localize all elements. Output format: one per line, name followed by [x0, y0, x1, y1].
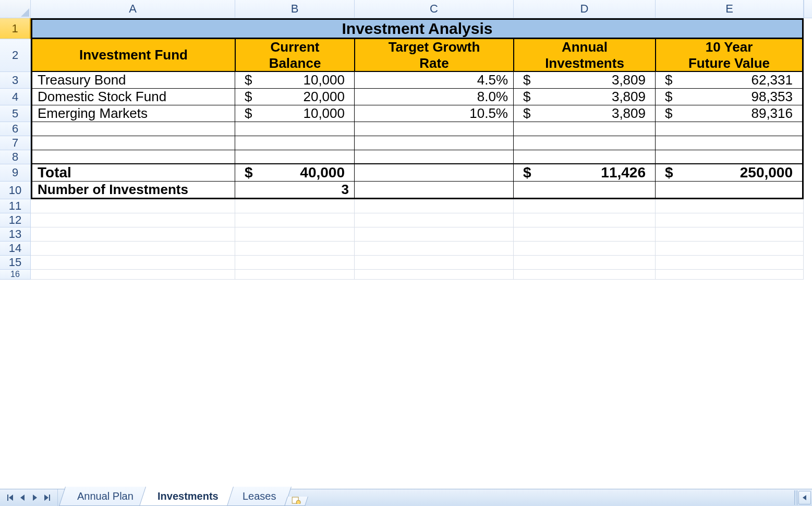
cell-d13[interactable] — [514, 227, 656, 242]
cell-d16[interactable] — [514, 270, 656, 280]
cell-blank[interactable] — [804, 72, 812, 89]
cell-a14[interactable] — [31, 242, 235, 256]
cell-d5[interactable]: $3,809 — [514, 105, 656, 122]
cell-c13[interactable] — [355, 227, 514, 242]
cell-e14[interactable] — [656, 242, 804, 256]
cell-blank[interactable] — [804, 89, 812, 105]
cell-blank[interactable] — [804, 164, 812, 182]
col-header-a[interactable]: A — [31, 0, 235, 18]
cell-c6[interactable] — [355, 122, 514, 136]
cell-a5[interactable]: Emerging Markets — [31, 105, 235, 122]
row-header-13[interactable]: 13 — [0, 227, 31, 242]
row-header-10[interactable]: 10 — [0, 182, 31, 199]
cell-b15[interactable] — [235, 256, 355, 270]
cell-e5[interactable]: $89,316 — [656, 105, 804, 122]
header-annual[interactable]: Annual Investments — [514, 39, 656, 72]
cell-a7[interactable] — [31, 136, 235, 150]
select-all-corner[interactable] — [0, 0, 31, 18]
cell-c11[interactable] — [355, 199, 514, 213]
cell-b11[interactable] — [235, 199, 355, 213]
cell-blank[interactable] — [804, 150, 812, 164]
tab-nav-prev[interactable] — [18, 493, 27, 502]
cell-d12[interactable] — [514, 213, 656, 227]
cell-c9[interactable] — [355, 164, 514, 182]
tab-splitter[interactable] — [794, 490, 797, 505]
cell-d11[interactable] — [514, 199, 656, 213]
cell-e12[interactable] — [656, 213, 804, 227]
cell-a9[interactable]: Total — [31, 164, 235, 182]
cell-b5[interactable]: $10,000 — [235, 105, 355, 122]
tab-annual-plan[interactable]: Annual Plan — [59, 487, 149, 506]
cell-e16[interactable] — [656, 270, 804, 280]
header-fund[interactable]: Investment Fund — [31, 39, 235, 72]
row-header-5[interactable]: 5 — [0, 105, 31, 122]
cell-blank[interactable] — [804, 39, 812, 72]
row-header-3[interactable]: 3 — [0, 72, 31, 89]
row-header-8[interactable]: 8 — [0, 150, 31, 164]
cell-c5[interactable]: 10.5% — [355, 105, 514, 122]
cell-e15[interactable] — [656, 256, 804, 270]
row-header-7[interactable]: 7 — [0, 136, 31, 150]
row-header-16[interactable]: 16 — [0, 270, 31, 280]
cell-c4[interactable]: 8.0% — [355, 89, 514, 105]
cell-b6[interactable] — [235, 122, 355, 136]
col-header-b[interactable]: B — [235, 0, 355, 18]
row-header-2[interactable]: 2 — [0, 39, 31, 72]
cell-b4[interactable]: $20,000 — [235, 89, 355, 105]
cell-a6[interactable] — [31, 122, 235, 136]
tab-leases[interactable]: Leases — [224, 487, 292, 506]
cell-e3[interactable]: $62,331 — [656, 72, 804, 89]
row-header-1[interactable]: 1 — [0, 18, 31, 39]
cell-blank[interactable] — [804, 18, 812, 39]
cell-b14[interactable] — [235, 242, 355, 256]
cell-e7[interactable] — [656, 136, 804, 150]
cell-c10[interactable] — [355, 182, 514, 199]
cell-c12[interactable] — [355, 213, 514, 227]
cell-e8[interactable] — [656, 150, 804, 164]
cell-c14[interactable] — [355, 242, 514, 256]
cell-a11[interactable] — [31, 199, 235, 213]
new-sheet-button[interactable] — [284, 497, 308, 506]
cell-blank[interactable] — [804, 136, 812, 150]
cell-blank[interactable] — [804, 182, 812, 199]
cell-blank[interactable] — [804, 213, 812, 227]
cell-e10[interactable] — [656, 182, 804, 199]
cell-d8[interactable] — [514, 150, 656, 164]
cell-c7[interactable] — [355, 136, 514, 150]
cell-b3[interactable]: $10,000 — [235, 72, 355, 89]
cell-c8[interactable] — [355, 150, 514, 164]
header-future[interactable]: 10 Year Future Value — [656, 39, 804, 72]
cell-a12[interactable] — [31, 213, 235, 227]
cell-e13[interactable] — [656, 227, 804, 242]
cell-b12[interactable] — [235, 213, 355, 227]
row-header-12[interactable]: 12 — [0, 213, 31, 227]
cell-blank[interactable] — [804, 242, 812, 256]
cell-a13[interactable] — [31, 227, 235, 242]
cell-b8[interactable] — [235, 150, 355, 164]
cell-e4[interactable]: $98,353 — [656, 89, 804, 105]
row-header-6[interactable]: 6 — [0, 122, 31, 136]
row-header-9[interactable]: 9 — [0, 164, 31, 182]
row-header-15[interactable]: 15 — [0, 256, 31, 270]
cell-b13[interactable] — [235, 227, 355, 242]
cell-a4[interactable]: Domestic Stock Fund — [31, 89, 235, 105]
col-header-e[interactable]: E — [656, 0, 804, 18]
cell-d9[interactable]: $11,426 — [514, 164, 656, 182]
cell-blank[interactable] — [804, 122, 812, 136]
cell-d4[interactable]: $3,809 — [514, 89, 656, 105]
tab-nav-first[interactable] — [5, 493, 15, 502]
col-header-d[interactable]: D — [514, 0, 656, 18]
cell-blank[interactable] — [804, 227, 812, 242]
tab-investments[interactable]: Investments — [139, 487, 234, 506]
cell-a16[interactable] — [31, 270, 235, 280]
header-balance[interactable]: Current Balance — [235, 39, 355, 72]
cell-e9[interactable]: $250,000 — [656, 164, 804, 182]
cell-e6[interactable] — [656, 122, 804, 136]
cell-a3[interactable]: Treasury Bond — [31, 72, 235, 89]
cell-b9[interactable]: $40,000 — [235, 164, 355, 182]
cell-b10[interactable]: 3 — [235, 182, 355, 199]
cell-a10[interactable]: Number of Investments — [31, 182, 235, 199]
cell-d7[interactable] — [514, 136, 656, 150]
cell-a8[interactable] — [31, 150, 235, 164]
cell-d15[interactable] — [514, 256, 656, 270]
